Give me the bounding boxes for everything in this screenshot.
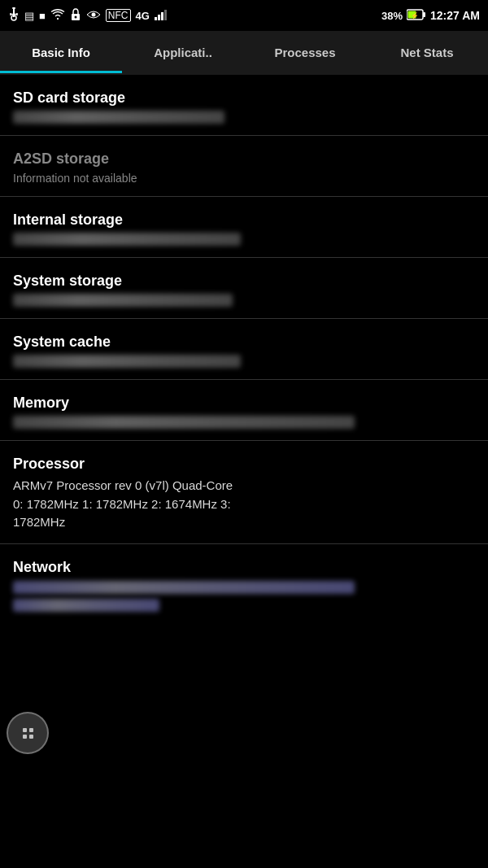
floating-accessibility-button[interactable]: [7, 712, 49, 754]
network-title: Network: [13, 559, 475, 576]
svg-rect-10: [155, 17, 157, 20]
tab-basic-info[interactable]: Basic Info: [0, 31, 122, 73]
network-value-line2: [13, 599, 159, 612]
dot-3: [23, 735, 27, 739]
a2sd-storage-row: A2SD storage Information not available: [0, 136, 488, 197]
internal-storage-title: Internal storage: [13, 212, 475, 229]
dot-2: [29, 728, 33, 732]
dot-1: [23, 728, 27, 732]
svg-point-8: [74, 15, 76, 18]
tab-bar: Basic Info Applicati.. Processes Net Sta…: [0, 31, 488, 75]
a2sd-storage-title: A2SD storage: [13, 150, 475, 168]
usb-icon: [8, 7, 20, 24]
wifi-icon: [50, 9, 65, 23]
a2sd-storage-subtitle: Information not available: [13, 172, 475, 185]
svg-rect-12: [161, 12, 163, 20]
processor-row: Processor ARMv7 Processor rev 0 (v7l) Qu…: [0, 441, 488, 544]
clock: 12:27 AM: [430, 9, 480, 22]
dot-4: [29, 735, 33, 739]
svg-rect-0: [12, 7, 15, 9]
lock-icon: [70, 8, 81, 24]
content-area: SD card storage A2SD storage Information…: [0, 75, 488, 628]
processor-title: Processor: [13, 456, 475, 473]
svg-rect-13: [164, 10, 167, 20]
system-cache-title: System cache: [13, 334, 475, 351]
internal-storage-value: [13, 233, 241, 246]
eye-icon: [86, 10, 101, 22]
signal-strength-icon: [155, 9, 169, 23]
network-row: Network: [0, 544, 488, 628]
system-storage-row: System storage: [0, 258, 488, 319]
svg-rect-15: [423, 12, 425, 17]
network-type-icon: 4G: [136, 10, 150, 22]
internal-storage-row: Internal storage: [0, 197, 488, 258]
system-cache-value: [13, 355, 241, 368]
tab-applications[interactable]: Applicati..: [122, 31, 244, 73]
sd-card-storage-title: SD card storage: [13, 89, 475, 107]
status-left-icons: ▤ ■ NFC 4G: [8, 7, 169, 24]
processor-details: ARMv7 Processor rev 0 (v7l) Quad-Core 0:…: [13, 477, 475, 532]
dot-grid-icon: [23, 728, 33, 739]
system-storage-title: System storage: [13, 273, 475, 290]
sd-card-storage-row: SD card storage: [0, 75, 488, 136]
svg-point-9: [91, 12, 95, 16]
memory-title: Memory: [13, 395, 475, 412]
status-bar: ▤ ■ NFC 4G: [0, 0, 488, 31]
tab-processes[interactable]: Processes: [244, 31, 366, 73]
notification-icon-1: ▤: [24, 10, 34, 22]
system-storage-value: [13, 294, 233, 307]
battery-icon: ⚡: [407, 9, 426, 23]
memory-row: Memory: [0, 380, 488, 441]
battery-percent: 38%: [381, 10, 403, 22]
svg-rect-11: [158, 15, 160, 20]
status-right-icons: 38% ⚡ 12:27 AM: [381, 9, 480, 23]
notification-icon-2: ■: [39, 10, 46, 22]
sd-card-storage-value: [13, 111, 224, 124]
memory-value: [13, 416, 355, 429]
network-value-line1: [13, 581, 355, 594]
system-cache-row: System cache: [0, 319, 488, 380]
svg-text:⚡: ⚡: [411, 11, 419, 20]
network-value: [13, 581, 475, 612]
tab-net-stats[interactable]: Net Stats: [366, 31, 488, 73]
nfc-icon: NFC: [106, 9, 131, 22]
